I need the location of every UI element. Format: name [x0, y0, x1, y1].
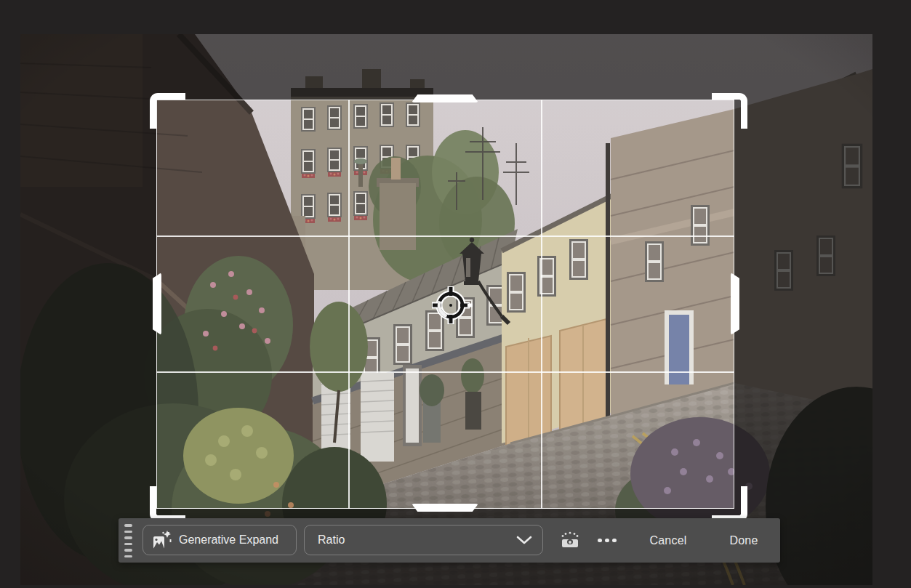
generative-expand-label: Generative Expand — [179, 533, 278, 547]
chevron-down-icon — [516, 536, 532, 544]
cancel-button[interactable]: Cancel — [638, 518, 699, 563]
taskbar-drag-grip[interactable] — [122, 524, 134, 557]
done-label: Done — [729, 534, 758, 547]
photoshop-crop-workspace: Generative Expand Ratio Cancel — [0, 0, 911, 588]
crop-handle-bottom-right[interactable] — [712, 486, 747, 522]
more-options-icon — [598, 539, 602, 543]
generative-expand-button[interactable]: Generative Expand — [143, 525, 297, 555]
contextual-task-bar: Generative Expand Ratio Cancel — [119, 518, 780, 563]
ratio-dropdown[interactable]: Ratio — [304, 525, 543, 555]
more-options-button[interactable] — [591, 518, 623, 563]
straighten-button[interactable] — [555, 518, 585, 563]
crop-handle-bottom-left[interactable] — [150, 486, 185, 522]
cancel-label: Cancel — [649, 534, 686, 547]
ratio-label: Ratio — [318, 533, 345, 547]
straighten-icon — [559, 530, 581, 552]
crop-handle-right[interactable] — [731, 273, 739, 335]
done-button[interactable]: Done — [719, 518, 768, 563]
crop-handle-bottom[interactable] — [412, 504, 478, 512]
crop-handle-top-right[interactable] — [712, 93, 747, 129]
crop-handle-top-left[interactable] — [150, 93, 185, 129]
crop-handle-left[interactable] — [153, 273, 161, 335]
crop-center-target-icon[interactable] — [428, 282, 474, 329]
generative-expand-icon — [153, 531, 172, 549]
crop-handle-top[interactable] — [412, 94, 478, 102]
